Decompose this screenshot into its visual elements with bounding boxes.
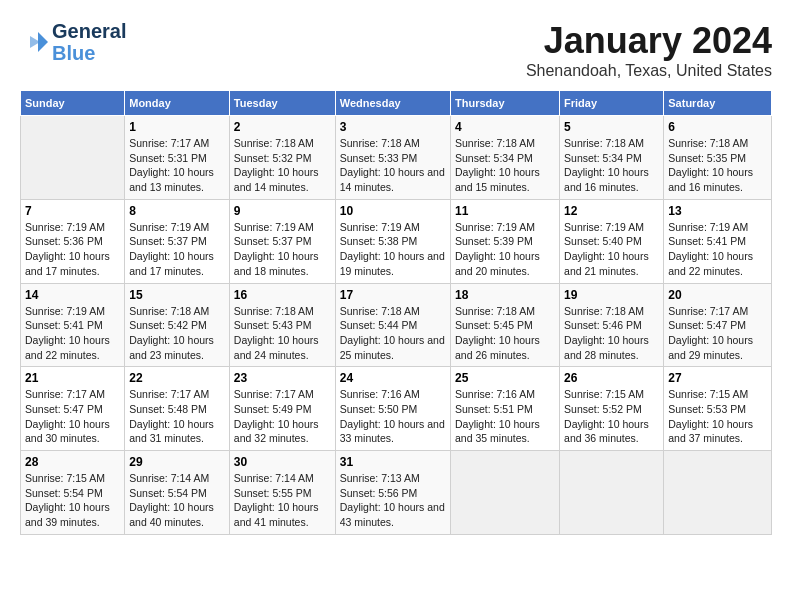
table-row: 31 Sunrise: 7:13 AM Sunset: 5:56 PM Dayl…	[335, 451, 450, 535]
daylight-text: Daylight: 10 hours and 31 minutes.	[129, 417, 225, 446]
table-row: 18 Sunrise: 7:18 AM Sunset: 5:45 PM Dayl…	[451, 283, 560, 367]
table-row: 24 Sunrise: 7:16 AM Sunset: 5:50 PM Dayl…	[335, 367, 450, 451]
day-info: Sunrise: 7:17 AM Sunset: 5:47 PM Dayligh…	[25, 387, 120, 446]
day-number: 23	[234, 371, 331, 385]
day-info: Sunrise: 7:17 AM Sunset: 5:48 PM Dayligh…	[129, 387, 225, 446]
day-info: Sunrise: 7:19 AM Sunset: 5:38 PM Dayligh…	[340, 220, 446, 279]
day-info: Sunrise: 7:16 AM Sunset: 5:50 PM Dayligh…	[340, 387, 446, 446]
table-row: 17 Sunrise: 7:18 AM Sunset: 5:44 PM Dayl…	[335, 283, 450, 367]
sunrise-text: Sunrise: 7:17 AM	[129, 387, 225, 402]
sunset-text: Sunset: 5:50 PM	[340, 402, 446, 417]
sunset-text: Sunset: 5:38 PM	[340, 234, 446, 249]
sunset-text: Sunset: 5:37 PM	[129, 234, 225, 249]
daylight-text: Daylight: 10 hours and 14 minutes.	[234, 165, 331, 194]
day-number: 16	[234, 288, 331, 302]
table-row: 29 Sunrise: 7:14 AM Sunset: 5:54 PM Dayl…	[125, 451, 230, 535]
header-saturday: Saturday	[664, 91, 772, 116]
daylight-text: Daylight: 10 hours and 16 minutes.	[564, 165, 659, 194]
header-thursday: Thursday	[451, 91, 560, 116]
sunset-text: Sunset: 5:36 PM	[25, 234, 120, 249]
daylight-text: Daylight: 10 hours and 29 minutes.	[668, 333, 767, 362]
day-info: Sunrise: 7:19 AM Sunset: 5:41 PM Dayligh…	[668, 220, 767, 279]
page-title: January 2024	[526, 20, 772, 62]
sunset-text: Sunset: 5:33 PM	[340, 151, 446, 166]
sunrise-text: Sunrise: 7:18 AM	[668, 136, 767, 151]
day-number: 9	[234, 204, 331, 218]
sunset-text: Sunset: 5:34 PM	[564, 151, 659, 166]
sunrise-text: Sunrise: 7:14 AM	[129, 471, 225, 486]
day-info: Sunrise: 7:15 AM Sunset: 5:52 PM Dayligh…	[564, 387, 659, 446]
day-info: Sunrise: 7:15 AM Sunset: 5:53 PM Dayligh…	[668, 387, 767, 446]
sunrise-text: Sunrise: 7:19 AM	[564, 220, 659, 235]
day-number: 15	[129, 288, 225, 302]
day-number: 27	[668, 371, 767, 385]
day-info: Sunrise: 7:13 AM Sunset: 5:56 PM Dayligh…	[340, 471, 446, 530]
table-row: 12 Sunrise: 7:19 AM Sunset: 5:40 PM Dayl…	[560, 199, 664, 283]
sunrise-text: Sunrise: 7:18 AM	[564, 304, 659, 319]
table-row: 26 Sunrise: 7:15 AM Sunset: 5:52 PM Dayl…	[560, 367, 664, 451]
table-row: 6 Sunrise: 7:18 AM Sunset: 5:35 PM Dayli…	[664, 116, 772, 200]
table-row: 9 Sunrise: 7:19 AM Sunset: 5:37 PM Dayli…	[229, 199, 335, 283]
sunset-text: Sunset: 5:31 PM	[129, 151, 225, 166]
sunset-text: Sunset: 5:37 PM	[234, 234, 331, 249]
calendar-week-row: 21 Sunrise: 7:17 AM Sunset: 5:47 PM Dayl…	[21, 367, 772, 451]
table-row: 25 Sunrise: 7:16 AM Sunset: 5:51 PM Dayl…	[451, 367, 560, 451]
day-info: Sunrise: 7:19 AM Sunset: 5:37 PM Dayligh…	[129, 220, 225, 279]
sunset-text: Sunset: 5:56 PM	[340, 486, 446, 501]
daylight-text: Daylight: 10 hours and 30 minutes.	[25, 417, 120, 446]
table-row: 22 Sunrise: 7:17 AM Sunset: 5:48 PM Dayl…	[125, 367, 230, 451]
calendar-header-row: Sunday Monday Tuesday Wednesday Thursday…	[21, 91, 772, 116]
day-number: 31	[340, 455, 446, 469]
table-row: 13 Sunrise: 7:19 AM Sunset: 5:41 PM Dayl…	[664, 199, 772, 283]
sunrise-text: Sunrise: 7:18 AM	[455, 304, 555, 319]
table-row: 1 Sunrise: 7:17 AM Sunset: 5:31 PM Dayli…	[125, 116, 230, 200]
day-number: 30	[234, 455, 331, 469]
day-number: 24	[340, 371, 446, 385]
sunset-text: Sunset: 5:53 PM	[668, 402, 767, 417]
daylight-text: Daylight: 10 hours and 41 minutes.	[234, 500, 331, 529]
table-row: 21 Sunrise: 7:17 AM Sunset: 5:47 PM Dayl…	[21, 367, 125, 451]
sunrise-text: Sunrise: 7:16 AM	[455, 387, 555, 402]
table-row: 11 Sunrise: 7:19 AM Sunset: 5:39 PM Dayl…	[451, 199, 560, 283]
sunrise-text: Sunrise: 7:14 AM	[234, 471, 331, 486]
day-info: Sunrise: 7:18 AM Sunset: 5:42 PM Dayligh…	[129, 304, 225, 363]
header-friday: Friday	[560, 91, 664, 116]
day-number: 22	[129, 371, 225, 385]
table-row	[560, 451, 664, 535]
sunrise-text: Sunrise: 7:15 AM	[25, 471, 120, 486]
day-number: 29	[129, 455, 225, 469]
sunrise-text: Sunrise: 7:19 AM	[25, 220, 120, 235]
day-number: 10	[340, 204, 446, 218]
daylight-text: Daylight: 10 hours and 33 minutes.	[340, 417, 446, 446]
daylight-text: Daylight: 10 hours and 23 minutes.	[129, 333, 225, 362]
sunrise-text: Sunrise: 7:19 AM	[234, 220, 331, 235]
daylight-text: Daylight: 10 hours and 18 minutes.	[234, 249, 331, 278]
logo-general: General	[52, 20, 126, 42]
table-row: 30 Sunrise: 7:14 AM Sunset: 5:55 PM Dayl…	[229, 451, 335, 535]
header-tuesday: Tuesday	[229, 91, 335, 116]
sunset-text: Sunset: 5:44 PM	[340, 318, 446, 333]
daylight-text: Daylight: 10 hours and 36 minutes.	[564, 417, 659, 446]
title-block: January 2024 Shenandoah, Texas, United S…	[526, 20, 772, 80]
day-info: Sunrise: 7:19 AM Sunset: 5:37 PM Dayligh…	[234, 220, 331, 279]
day-info: Sunrise: 7:16 AM Sunset: 5:51 PM Dayligh…	[455, 387, 555, 446]
table-row	[21, 116, 125, 200]
day-number: 25	[455, 371, 555, 385]
sunset-text: Sunset: 5:55 PM	[234, 486, 331, 501]
sunrise-text: Sunrise: 7:18 AM	[340, 136, 446, 151]
sunset-text: Sunset: 5:52 PM	[564, 402, 659, 417]
day-number: 21	[25, 371, 120, 385]
day-info: Sunrise: 7:18 AM Sunset: 5:33 PM Dayligh…	[340, 136, 446, 195]
sunset-text: Sunset: 5:35 PM	[668, 151, 767, 166]
sunset-text: Sunset: 5:41 PM	[25, 318, 120, 333]
sunrise-text: Sunrise: 7:19 AM	[668, 220, 767, 235]
table-row: 5 Sunrise: 7:18 AM Sunset: 5:34 PM Dayli…	[560, 116, 664, 200]
day-info: Sunrise: 7:17 AM Sunset: 5:49 PM Dayligh…	[234, 387, 331, 446]
sunset-text: Sunset: 5:34 PM	[455, 151, 555, 166]
daylight-text: Daylight: 10 hours and 28 minutes.	[564, 333, 659, 362]
sunrise-text: Sunrise: 7:15 AM	[668, 387, 767, 402]
page-subtitle: Shenandoah, Texas, United States	[526, 62, 772, 80]
daylight-text: Daylight: 10 hours and 17 minutes.	[25, 249, 120, 278]
table-row: 4 Sunrise: 7:18 AM Sunset: 5:34 PM Dayli…	[451, 116, 560, 200]
sunset-text: Sunset: 5:54 PM	[25, 486, 120, 501]
